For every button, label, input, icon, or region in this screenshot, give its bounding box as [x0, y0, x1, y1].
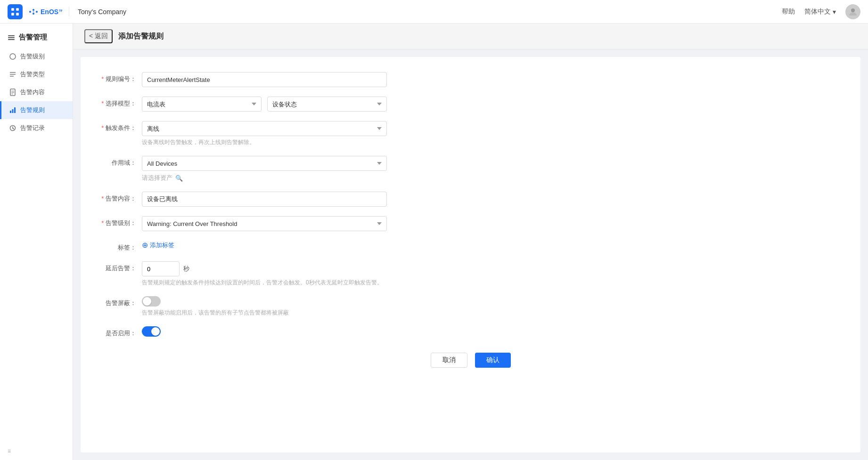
mask-field: 告警屏蔽功能启用后，该告警的所有子节点告警都将被屏蔽 [142, 296, 387, 317]
scope-search-row: 请选择资产 🔍 [142, 174, 387, 182]
svg-point-8 [33, 11, 34, 12]
delay-unit: 秒 [183, 265, 189, 273]
mask-toggle[interactable] [142, 296, 161, 307]
help-link[interactable]: 帮助 [782, 8, 795, 16]
svg-rect-13 [8, 39, 15, 40]
delay-row: 延后告警： 秒 告警规则规定的触发条件持续达到设置的时间后，告警才会触发。0秒代… [99, 261, 842, 287]
svg-rect-19 [11, 91, 14, 91]
mask-label: 告警屏蔽： [99, 296, 142, 307]
svg-rect-16 [10, 74, 16, 75]
trigger-row: 触发条件： 离线 设备离线时告警触发，再次上线则告警解除。 [99, 121, 842, 146]
user-avatar[interactable] [845, 4, 860, 19]
trigger-hint: 设备离线时告警触发，再次上线则告警解除。 [142, 138, 387, 146]
svg-point-10 [851, 8, 855, 12]
scope-label: 作用域： [99, 156, 142, 167]
sidebar-item-alert-record[interactable]: 告警记录 [0, 119, 73, 137]
page-header: < 返回 添加告警规则 [73, 24, 868, 49]
delay-hint: 告警规则规定的触发条件持续达到设置的时间后，告警才会触发。0秒代表无延时立即触发… [142, 278, 387, 287]
company-name: Tony's Company [78, 8, 126, 16]
svg-rect-17 [10, 76, 14, 77]
form-container: 规则编号： 选择模型： 电流表 设备状态 触发条件 [81, 57, 860, 452]
body-layout: 告警管理 告警级别 告警类型 告警内容 [0, 24, 868, 460]
nav-right: 帮助 简体中文 ▾ [782, 4, 860, 19]
svg-rect-12 [8, 37, 15, 38]
enabled-toggle[interactable] [142, 326, 161, 337]
tags-label: 标签： [99, 241, 142, 252]
scope-field: All Devices 请选择资产 🔍 [142, 156, 387, 182]
nav-divider [69, 7, 69, 16]
svg-rect-23 [12, 109, 14, 113]
alert-level-row: 告警级别： Warning: Current Over Threshold [99, 216, 842, 231]
svg-rect-21 [11, 94, 13, 94]
svg-rect-1 [16, 8, 19, 11]
alert-content-field [142, 192, 387, 207]
tags-row: 标签： ⊕ 添加标签 [99, 241, 842, 252]
svg-rect-3 [16, 13, 19, 16]
svg-point-14 [10, 54, 16, 59]
language-selector[interactable]: 简体中文 ▾ [804, 8, 836, 16]
alert-level-label: 告警级别： [99, 216, 142, 227]
svg-rect-20 [11, 92, 14, 93]
trigger-field: 离线 设备离线时告警触发，再次上线则告警解除。 [142, 121, 387, 146]
svg-rect-22 [10, 111, 11, 113]
svg-rect-15 [10, 72, 16, 73]
sidebar-item-alert-type[interactable]: 告警类型 [0, 65, 73, 83]
sidebar-item-alert-rule[interactable]: 告警规则 [0, 101, 73, 119]
sidebar-collapse[interactable]: ≡ [0, 442, 73, 460]
tags-field: ⊕ 添加标签 [142, 241, 387, 250]
svg-rect-24 [14, 107, 16, 113]
nav-left: EnOS™ Tony's Company [8, 4, 126, 19]
delay-input[interactable] [142, 261, 180, 276]
top-nav: EnOS™ Tony's Company 帮助 简体中文 ▾ [0, 0, 868, 24]
alert-level-select[interactable]: Warning: Current Over Threshold [142, 216, 387, 231]
trigger-select[interactable]: 离线 [142, 121, 387, 136]
model-select[interactable]: 电流表 [142, 97, 262, 112]
back-button[interactable]: < 返回 [84, 29, 113, 43]
enabled-field [142, 326, 387, 337]
scope-search-placeholder: 请选择资产 [142, 174, 172, 182]
alert-content-label: 告警内容： [99, 192, 142, 203]
svg-point-5 [33, 9, 34, 11]
confirm-button[interactable]: 确认 [475, 353, 511, 368]
delay-field: 秒 告警规则规定的触发条件持续达到设置的时间后，告警才会触发。0秒代表无延时立即… [142, 261, 387, 287]
logo: EnOS™ [28, 6, 62, 17]
svg-point-4 [29, 11, 31, 13]
page-title: 添加告警规则 [118, 32, 164, 41]
sidebar-item-alert-content[interactable]: 告警内容 [0, 83, 73, 101]
sidebar: 告警管理 告警级别 告警类型 告警内容 [0, 24, 73, 460]
add-tag-label: 添加标签 [150, 241, 174, 250]
add-tag-button[interactable]: ⊕ 添加标签 [142, 241, 387, 250]
alert-content-row: 告警内容： [99, 192, 842, 207]
model-label: 选择模型： [99, 97, 142, 108]
svg-text:EnOS™: EnOS™ [41, 8, 62, 16]
alert-level-field: Warning: Current Over Threshold [142, 216, 387, 231]
svg-rect-0 [11, 8, 14, 11]
delay-input-row: 秒 [142, 261, 387, 276]
enabled-row: 是否启用： [99, 326, 842, 338]
mask-row: 告警屏蔽： 告警屏蔽功能启用后，该告警的所有子节点告警都将被屏蔽 [99, 296, 842, 317]
svg-point-7 [33, 13, 34, 15]
sidebar-item-alert-level[interactable]: 告警级别 [0, 48, 73, 65]
model-state-select[interactable]: 设备状态 [267, 97, 387, 112]
rule-id-input[interactable] [142, 72, 387, 87]
alert-content-input[interactable] [142, 192, 387, 207]
svg-rect-11 [8, 35, 15, 36]
rule-id-row: 规则编号： [99, 72, 842, 87]
scope-search-icon: 🔍 [175, 175, 183, 182]
enabled-label: 是否启用： [99, 326, 142, 338]
scope-row: 作用域： All Devices 请选择资产 🔍 [99, 156, 842, 182]
svg-point-6 [36, 11, 38, 13]
model-field: 电流表 设备状态 [142, 97, 387, 112]
app-grid-button[interactable] [8, 4, 23, 19]
sidebar-title: 告警管理 [19, 33, 47, 42]
svg-line-27 [13, 129, 14, 129]
rule-id-field [142, 72, 387, 87]
main-content: < 返回 添加告警规则 规则编号： 选择模型： 电流表 [73, 24, 868, 460]
cancel-button[interactable]: 取消 [431, 353, 467, 368]
delay-label: 延后告警： [99, 261, 142, 273]
model-row: 选择模型： 电流表 设备状态 [99, 97, 842, 112]
scope-select[interactable]: All Devices [142, 156, 387, 171]
svg-rect-2 [11, 13, 14, 16]
trigger-label: 触发条件： [99, 121, 142, 132]
mask-hint: 告警屏蔽功能启用后，该告警的所有子节点告警都将被屏蔽 [142, 308, 387, 317]
